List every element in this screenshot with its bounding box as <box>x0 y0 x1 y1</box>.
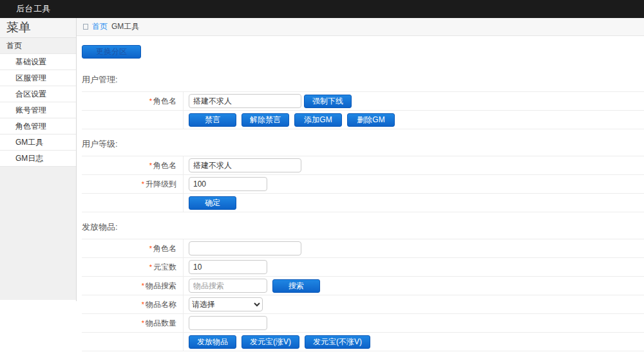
app-title: 后台工具 <box>16 3 51 15</box>
sidebar-item-label: GM日志 <box>15 153 43 164</box>
required-mark: * <box>142 180 144 188</box>
label-text: 升降级到 <box>146 179 176 190</box>
form-row: * 物品搜索 搜索 <box>82 277 644 295</box>
form-row: 发放物品 发元宝(涨V) 发元宝(不涨V) <box>82 333 644 351</box>
add-gm-button[interactable]: 添加GM <box>294 113 342 127</box>
breadcrumb-home-link[interactable]: 首页 <box>92 21 108 32</box>
send-yuanbao-vip-button[interactable]: 发元宝(涨V) <box>242 335 299 349</box>
content: 更换分区 用户管理: * 角色名 强制下线 禁言 <box>77 36 644 361</box>
breadcrumb: 首页 GM工具 <box>77 18 644 36</box>
change-partition-button[interactable]: 更换分区 <box>82 45 141 59</box>
form-row: * 角色名 <box>82 239 644 258</box>
level-role-name-input[interactable] <box>189 158 301 172</box>
sidebar-item-label: GM工具 <box>15 137 43 148</box>
sidebar-item-label: 首页 <box>6 41 22 51</box>
sidebar-item-label: 基础设置 <box>15 57 46 68</box>
required-mark: * <box>149 162 152 169</box>
item-search-label: * 物品搜索 <box>82 277 184 295</box>
form-row: * 角色名 强制下线 <box>82 92 644 111</box>
form-field: 确定 <box>184 194 644 212</box>
home-icon <box>83 24 88 30</box>
section-heading-user-level: 用户等级: <box>82 138 644 150</box>
sidebar-item-merge-settings[interactable]: 合区设置 <box>0 86 76 102</box>
form-row: 确定 <box>82 194 644 212</box>
section-heading-user-management: 用户管理: <box>82 74 644 86</box>
sidebar-filler <box>0 167 76 300</box>
form-field <box>184 258 644 276</box>
send-yuanbao-novip-button[interactable]: 发元宝(不涨V) <box>305 335 370 349</box>
label-text: 角色名 <box>153 160 176 171</box>
sidebar-item-label: 区服管理 <box>15 73 46 84</box>
level-to-label: * 升降级到 <box>82 175 184 193</box>
confirm-button[interactable]: 确定 <box>189 196 236 210</box>
level-value-input[interactable] <box>189 177 267 191</box>
topbar: 后台工具 <box>0 0 644 18</box>
form-field <box>184 239 644 257</box>
yuanbao-count-label: * 元宝数 <box>82 258 184 276</box>
form-field <box>184 175 644 193</box>
form-row: * 角色名 <box>82 156 644 175</box>
label-text: 物品搜索 <box>146 281 176 292</box>
force-offline-button[interactable]: 强制下线 <box>304 95 352 108</box>
sidebar-item-gm-logs[interactable]: GM日志 <box>0 151 76 167</box>
form-row: * 元宝数 <box>82 258 644 277</box>
delete-gm-button[interactable]: 删除GM <box>347 113 395 127</box>
item-name-select[interactable]: 请选择 <box>189 297 263 311</box>
sidebar-item-server-management[interactable]: 区服管理 <box>0 70 76 86</box>
empty-label <box>82 194 184 212</box>
sidebar-item-label: 合区设置 <box>15 89 46 100</box>
form-field <box>184 314 644 332</box>
form-row: * 物品数量 <box>82 314 644 333</box>
required-mark: * <box>149 263 152 271</box>
sidebar-item-account-management[interactable]: 账号管理 <box>0 102 76 118</box>
form-row: * 升降级到 <box>82 175 644 194</box>
sidebar-item-role-management[interactable]: 角色管理 <box>0 118 76 134</box>
form-field: 搜索 <box>184 277 644 295</box>
item-quantity-input[interactable] <box>189 316 267 330</box>
label-text: 元宝数 <box>153 262 176 273</box>
user-level-form: * 角色名 * 升降级到 <box>82 156 644 212</box>
sidebar-item-label: 账号管理 <box>15 105 46 116</box>
send-items-button[interactable]: 发放物品 <box>189 335 236 349</box>
role-name-input[interactable] <box>189 94 301 108</box>
sidebar: 菜单 首页 基础设置 区服管理 合区设置 账号管理 角色管理 GM工具 GM日志 <box>0 18 77 301</box>
empty-label <box>82 333 184 351</box>
form-field: 请选择 <box>184 295 644 313</box>
form-row: 禁言 解除禁言 添加GM 删除GM <box>82 111 644 129</box>
sidebar-title: 菜单 <box>0 18 76 38</box>
mute-button[interactable]: 禁言 <box>189 113 236 127</box>
required-mark: * <box>142 282 144 290</box>
sidebar-item-label: 角色管理 <box>15 121 46 132</box>
search-button[interactable]: 搜索 <box>272 279 320 293</box>
section-heading-issue-items: 发放物品: <box>82 221 644 233</box>
sidebar-item-home[interactable]: 首页 <box>0 38 76 54</box>
unmute-button[interactable]: 解除禁言 <box>242 113 289 127</box>
required-mark: * <box>142 301 144 308</box>
form-field: 禁言 解除禁言 添加GM 删除GM <box>184 111 644 129</box>
sidebar-item-gm-tools[interactable]: GM工具 <box>0 134 76 151</box>
label-text: 角色名 <box>153 243 176 254</box>
item-search-input[interactable] <box>189 279 267 293</box>
form-field: 强制下线 <box>184 92 644 110</box>
role-name-label: * 角色名 <box>82 156 184 174</box>
role-name-label: * 角色名 <box>82 92 184 110</box>
form-field: 发放物品 发元宝(涨V) 发元宝(不涨V) <box>184 333 644 351</box>
user-management-form: * 角色名 强制下线 禁言 解除禁言 添加GM 删除GM <box>82 91 644 129</box>
required-mark: * <box>142 319 144 327</box>
required-mark: * <box>149 245 152 252</box>
item-quantity-label: * 物品数量 <box>82 314 184 332</box>
form-field <box>184 156 644 174</box>
empty-label <box>82 111 184 129</box>
issue-items-form: * 角色名 * 元宝数 <box>82 239 644 351</box>
item-name-label: * 物品名称 <box>82 295 184 313</box>
issue-role-name-input[interactable] <box>189 241 301 255</box>
label-text: 角色名 <box>153 96 176 107</box>
label-text: 物品数量 <box>146 318 176 329</box>
main-area: 首页 GM工具 更换分区 用户管理: * 角色名 强制下线 <box>77 18 644 361</box>
sidebar-item-basic-settings[interactable]: 基础设置 <box>0 54 76 70</box>
yuanbao-count-input[interactable] <box>189 260 267 274</box>
breadcrumb-current: GM工具 <box>111 21 139 32</box>
label-text: 物品名称 <box>146 299 176 310</box>
required-mark: * <box>149 97 152 105</box>
form-row: * 物品名称 请选择 <box>82 295 644 314</box>
